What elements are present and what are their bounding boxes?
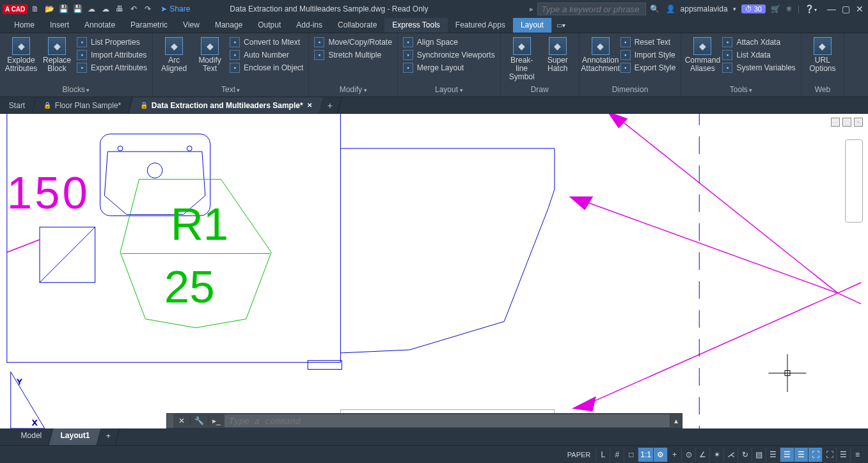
button-auto-number[interactable]: ▪Auto Number bbox=[230, 50, 303, 60]
status-button-13[interactable]: ☰ bbox=[780, 448, 794, 462]
panel-title[interactable]: Draw bbox=[506, 84, 574, 97]
status-button-4[interactable]: ⚙ bbox=[653, 448, 667, 462]
button-system-variables[interactable]: ▪System Variables bbox=[722, 63, 795, 73]
save-icon[interactable]: 💾 bbox=[58, 4, 68, 14]
status-button-11[interactable]: ▤ bbox=[752, 448, 766, 462]
button-stretch-multiple[interactable]: ▪Stretch Multiple bbox=[314, 50, 391, 60]
app-switcher-icon[interactable]: ⚛ bbox=[785, 4, 793, 13]
button-list-properties[interactable]: ▪List Properties bbox=[77, 37, 147, 47]
doc-tab[interactable]: 🔒Data Extraction and Multileaders Sample… bbox=[129, 97, 323, 113]
maximize-button[interactable]: ▢ bbox=[840, 4, 851, 14]
undo-icon[interactable]: ↶ bbox=[129, 4, 139, 14]
cloud-save-icon[interactable]: ☁ bbox=[100, 4, 111, 14]
help-icon[interactable]: ❔▾ bbox=[805, 4, 817, 13]
button-break-line-symbol[interactable]: ◆Break-lineSymbol bbox=[506, 36, 538, 82]
cart-icon[interactable]: 🛒 bbox=[771, 4, 780, 13]
panel-title[interactable]: Modify bbox=[314, 84, 391, 97]
menu-tab-insert[interactable]: Insert bbox=[42, 18, 77, 33]
doc-tab[interactable]: 🔒Floor Plan Sample* bbox=[33, 97, 133, 113]
user-icon[interactable]: 👤 bbox=[666, 4, 675, 13]
panel-title[interactable]: Tools bbox=[686, 84, 795, 97]
button-import-style[interactable]: ▪Import Style bbox=[620, 50, 676, 60]
command-input[interactable] bbox=[225, 414, 670, 427]
doc-tab[interactable]: Start bbox=[0, 97, 37, 113]
paper-label[interactable]: PAPER bbox=[564, 451, 594, 459]
button-move/copy/rotate[interactable]: ▪Move/Copy/Rotate bbox=[314, 37, 391, 47]
button-modify-text[interactable]: ◆ModifyText bbox=[194, 36, 226, 73]
status-button-0[interactable]: L bbox=[596, 448, 610, 462]
button-align-space[interactable]: ▪Align Space bbox=[403, 37, 495, 47]
status-button-18[interactable]: ≡ bbox=[850, 448, 864, 462]
status-button-1[interactable]: # bbox=[610, 448, 624, 462]
status-button-9[interactable]: ⋌ bbox=[723, 448, 738, 462]
status-button-2[interactable]: □ bbox=[624, 448, 638, 462]
share-link[interactable]: ➤ Share bbox=[161, 4, 190, 13]
status-button-17[interactable]: ☰ bbox=[836, 448, 850, 462]
command-customize-icon[interactable]: 🔧 bbox=[190, 416, 208, 425]
menu-tab-annotate[interactable]: Annotate bbox=[77, 18, 123, 33]
menu-tab-express-tools[interactable]: Express Tools bbox=[384, 18, 447, 33]
menu-tab-parametric[interactable]: Parametric bbox=[123, 18, 175, 33]
panel-title[interactable]: Blocks bbox=[5, 84, 147, 97]
status-button-3[interactable]: 1:1 bbox=[638, 448, 653, 462]
button-arc-aligned[interactable]: ◆ArcAligned bbox=[158, 36, 190, 73]
panel-title[interactable]: Layout bbox=[403, 84, 495, 97]
panel-title[interactable]: Web bbox=[807, 84, 839, 97]
button-list-xdata[interactable]: ▪List Xdata bbox=[722, 50, 795, 60]
button-export-attributes[interactable]: ▪Export Attributes bbox=[77, 63, 147, 73]
button-reset-text[interactable]: ▪Reset Text bbox=[620, 37, 676, 47]
menu-tab-featured-apps[interactable]: Featured Apps bbox=[448, 18, 513, 33]
layout-tab-layout1[interactable]: Layout1 bbox=[49, 428, 101, 445]
status-button-10[interactable]: ↻ bbox=[738, 448, 752, 462]
close-button[interactable]: ✕ bbox=[854, 4, 865, 14]
status-button-7[interactable]: ∠ bbox=[695, 448, 709, 462]
ribbon-display-icon[interactable]: ▭▾ bbox=[551, 18, 571, 33]
layout-tab-new[interactable]: + bbox=[97, 428, 120, 445]
button-replace-block[interactable]: ◆ReplaceBlock bbox=[41, 36, 73, 73]
print-icon[interactable]: 🖶 bbox=[114, 4, 125, 14]
open-icon[interactable]: 📂 bbox=[44, 4, 54, 14]
command-close-icon[interactable]: ✕ bbox=[173, 416, 190, 425]
menu-tab-collaborate[interactable]: Collaborate bbox=[330, 18, 384, 33]
button-merge-layout[interactable]: ▪Merge Layout bbox=[403, 63, 495, 73]
menu-tab-view[interactable]: View bbox=[175, 18, 207, 33]
command-history-icon[interactable]: ▴ bbox=[670, 416, 682, 425]
status-button-8[interactable]: ✶ bbox=[709, 448, 723, 462]
status-button-15[interactable]: ⛶ bbox=[808, 448, 822, 462]
button-enclose-in-object[interactable]: ▪Enclose in Object bbox=[230, 63, 303, 73]
status-button-14[interactable]: ☰ bbox=[794, 448, 808, 462]
minimize-button[interactable]: — bbox=[826, 4, 837, 14]
button-export-style[interactable]: ▪Export Style bbox=[620, 63, 676, 73]
drawing-canvas[interactable]: — ▢ ✕ 150 R1 25 bbox=[0, 114, 868, 428]
button-super-hatch[interactable]: ◆SuperHatch bbox=[542, 36, 574, 73]
cloud-open-icon[interactable]: ☁ bbox=[86, 4, 97, 14]
search-icon[interactable]: 🔍 bbox=[650, 4, 659, 13]
trial-badge[interactable]: ⏱ 30 bbox=[741, 4, 766, 13]
button-explode-attributes[interactable]: ◆ExplodeAttributes bbox=[5, 36, 37, 73]
menu-tab-layout[interactable]: Layout bbox=[513, 18, 551, 33]
saveas-icon[interactable]: 💾 bbox=[72, 4, 83, 14]
status-button-5[interactable]: + bbox=[667, 448, 681, 462]
button-import-attributes[interactable]: ▪Import Attributes bbox=[77, 50, 147, 60]
status-button-6[interactable]: ⊙ bbox=[681, 448, 695, 462]
status-button-12[interactable]: ☰ bbox=[766, 448, 780, 462]
doc-tab-new[interactable]: + bbox=[319, 97, 342, 113]
layout-tab-model[interactable]: Model bbox=[10, 428, 54, 445]
button-url-options[interactable]: ◆URLOptions bbox=[807, 36, 839, 73]
button-convert-to-mtext[interactable]: ▪Convert to Mtext bbox=[230, 37, 303, 47]
panel-title[interactable]: Text bbox=[158, 84, 303, 97]
menu-tab-output[interactable]: Output bbox=[250, 18, 288, 33]
button-command-aliases[interactable]: ◆CommandAliases bbox=[686, 36, 718, 73]
search-input[interactable] bbox=[537, 3, 646, 15]
menu-tab-home[interactable]: Home bbox=[6, 18, 42, 33]
button-annotation-attachment[interactable]: ◆AnnotationAttachment bbox=[585, 36, 617, 73]
status-button-16[interactable]: ⛶ bbox=[822, 448, 836, 462]
menu-tab-add-ins[interactable]: Add-ins bbox=[288, 18, 330, 33]
menu-tab-manage[interactable]: Manage bbox=[207, 18, 250, 33]
button-attach-xdata[interactable]: ▪Attach Xdata bbox=[722, 37, 795, 47]
close-icon[interactable]: ✕ bbox=[306, 102, 312, 109]
panel-title[interactable]: Dimension bbox=[585, 84, 676, 97]
new-icon[interactable]: 🗎 bbox=[30, 4, 40, 14]
redo-icon[interactable]: ↷ bbox=[143, 4, 153, 14]
button-synchronize-viewports[interactable]: ▪Synchronize Viewports bbox=[403, 50, 495, 60]
